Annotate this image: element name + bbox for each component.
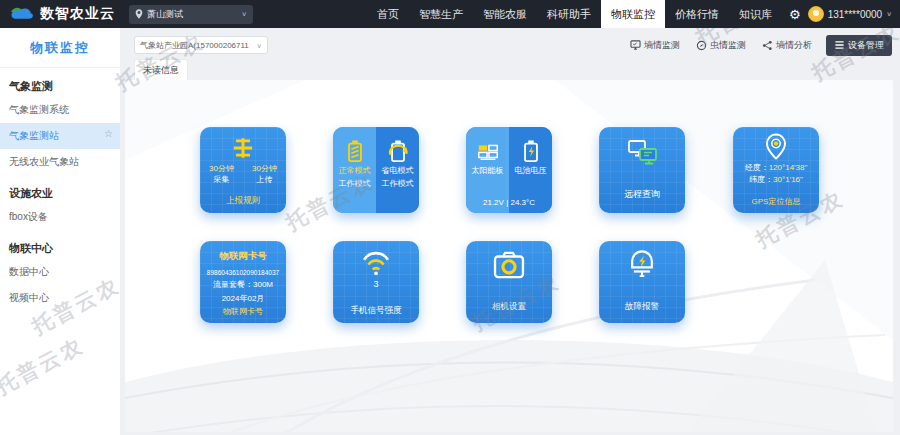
card-title: GPS定位信息 bbox=[733, 196, 819, 207]
battery-eco-icon bbox=[387, 139, 409, 163]
battery-voltage-icon bbox=[520, 139, 542, 163]
device-select[interactable]: 气象站产业园A(157000206711 ∨ bbox=[134, 36, 268, 54]
remote-monitors-icon bbox=[625, 138, 659, 170]
nav-item-knowledge-base[interactable]: 知识库 bbox=[729, 0, 782, 28]
button-label: 虫情监测 bbox=[710, 39, 746, 52]
card-remote-query[interactable]: 远程查询 bbox=[599, 127, 685, 213]
location-pin-icon bbox=[135, 9, 143, 19]
normal-mode-title: 正常模式 bbox=[339, 166, 371, 176]
favorite-star-icon[interactable]: ☆ bbox=[104, 128, 113, 139]
solar-panel-half[interactable]: 太阳能板 bbox=[466, 127, 509, 213]
sidebar-item-weather-system[interactable]: 气象监测系统 bbox=[0, 97, 120, 123]
lat-label: 纬度： bbox=[749, 175, 773, 184]
main-header: 气象站产业园A(157000206711 ∨ 墒情监测 虫情监测 bbox=[134, 35, 892, 55]
device-select-value: 气象站产业园A(157000206711 bbox=[140, 40, 249, 51]
device-panel: 30分钟 采集 30分钟 上传 上报规则 bbox=[125, 80, 893, 432]
sidebar-group-facility: 设施农业 bbox=[0, 175, 120, 204]
brand: 数智农业云 bbox=[0, 5, 125, 23]
upload-interval-value: 30分钟 bbox=[252, 164, 277, 174]
device-manage-button[interactable]: 设备管理 bbox=[826, 35, 892, 56]
tab-unread-info[interactable]: 未读信息 bbox=[134, 59, 188, 80]
sim-header: 物联网卡号 bbox=[219, 250, 267, 263]
upload-interval-label: 上传 bbox=[257, 175, 273, 185]
collect-interval-value: 30分钟 bbox=[209, 164, 234, 174]
card-gps[interactable]: 经度：120°14'38" 纬度：30°1'16" GPS定位信息 bbox=[733, 127, 819, 213]
card-title: 故障报警 bbox=[599, 301, 685, 313]
camera-icon bbox=[492, 250, 526, 280]
card-work-mode[interactable]: 正常模式 工作模式 省电模式 工作模式 bbox=[333, 127, 419, 213]
sidebar-group-weather: 气象监测 bbox=[0, 68, 120, 97]
eco-mode-half[interactable]: 省电模式 工作模式 bbox=[376, 127, 419, 213]
moisture-analysis-button[interactable]: 墒情分析 bbox=[762, 39, 812, 52]
location-value: 萧山测试 bbox=[147, 8, 183, 21]
eco-mode-sub: 工作模式 bbox=[382, 179, 414, 189]
monitor-icon bbox=[630, 40, 641, 50]
button-label: 墒情分析 bbox=[776, 39, 812, 52]
nav-menu: 首页 智慧生产 智能农服 科研助手 物联监控 价格行情 知识库 ⚙ 131***… bbox=[367, 0, 900, 28]
sidebar-item-fbox-device[interactable]: fbox设备 bbox=[0, 204, 120, 230]
sidebar-item-wireless-weather-station[interactable]: 无线农业气象站 bbox=[0, 149, 120, 175]
card-title: 手机信号强度 bbox=[333, 305, 419, 317]
pest-monitor-button[interactable]: 虫情监测 bbox=[696, 39, 746, 52]
solar-panel-icon bbox=[476, 139, 500, 163]
brand-logo-icon bbox=[8, 5, 34, 23]
user-menu[interactable]: 131****0000 ∨ bbox=[808, 6, 900, 22]
solar-label: 太阳能板 bbox=[472, 166, 504, 176]
sidebar-item-data-center[interactable]: 数据中心 bbox=[0, 259, 120, 285]
battery-normal-icon bbox=[344, 139, 366, 163]
chevron-down-icon: ∨ bbox=[256, 41, 262, 48]
location-select[interactable]: 萧山测试 ∨ bbox=[129, 5, 253, 24]
sidebar-group-iot-center: 物联中心 bbox=[0, 230, 120, 259]
chevron-down-icon: ∨ bbox=[241, 10, 247, 17]
card-title: 相机设置 bbox=[466, 301, 552, 313]
user-phone: 131****0000 bbox=[828, 9, 883, 20]
button-label: 设备管理 bbox=[848, 39, 884, 52]
brand-name: 数智农业云 bbox=[40, 5, 115, 23]
sim-month: 2024年02月 bbox=[222, 294, 265, 304]
battery-voltage-half[interactable]: 电池电压 bbox=[509, 127, 552, 213]
nav-item-home[interactable]: 首页 bbox=[367, 0, 409, 28]
top-navbar: 数智农业云 萧山测试 ∨ 首页 智慧生产 智能农服 科研助手 物联监控 价格行情… bbox=[0, 0, 900, 28]
report-config-icon bbox=[230, 135, 256, 161]
share-icon bbox=[762, 40, 773, 51]
normal-mode-sub: 工作模式 bbox=[339, 179, 371, 189]
chevron-down-icon: ∨ bbox=[886, 10, 892, 17]
menu-list-icon bbox=[834, 40, 845, 50]
card-camera[interactable]: 相机设置 bbox=[466, 241, 552, 323]
collect-interval-label: 采集 bbox=[214, 175, 230, 185]
nav-item-smart-service[interactable]: 智能农服 bbox=[473, 0, 537, 28]
card-title: 上报规则 bbox=[200, 195, 286, 207]
nav-item-iot-monitoring[interactable]: 物联监控 bbox=[601, 0, 665, 28]
normal-mode-half[interactable]: 正常模式 工作模式 bbox=[333, 127, 376, 213]
sidebar: 物联监控 气象监测 气象监测系统 气象监测站 ☆ 无线农业气象站 设施农业 fb… bbox=[0, 28, 120, 435]
sidebar-item-video-center[interactable]: 视频中心 bbox=[0, 285, 120, 311]
nav-item-research-assistant[interactable]: 科研助手 bbox=[537, 0, 601, 28]
lng-label: 经度： bbox=[745, 163, 769, 172]
card-signal[interactable]: 3 手机信号强度 bbox=[333, 241, 419, 323]
app-window: 数智农业云 萧山测试 ∨ 首页 智慧生产 智能农服 科研助手 物联监控 价格行情… bbox=[0, 0, 900, 435]
sidebar-title: 物联监控 bbox=[0, 28, 120, 68]
sidebar-item-weather-station[interactable]: 气象监测站 ☆ bbox=[0, 123, 120, 149]
compass-icon bbox=[696, 40, 707, 51]
wifi-signal-icon bbox=[360, 250, 392, 276]
signal-value: 3 bbox=[373, 279, 378, 289]
lat-value: 30°1'16" bbox=[773, 175, 803, 184]
card-sim[interactable]: 物联网卡号 89860436102090184037 流量套餐：300M 202… bbox=[200, 241, 286, 323]
main-area: 气象站产业园A(157000206711 ∨ 墒情监测 虫情监测 bbox=[120, 28, 900, 435]
nav-item-smart-production[interactable]: 智慧生产 bbox=[409, 0, 473, 28]
card-title: 远程查询 bbox=[599, 188, 685, 201]
gps-pin-icon bbox=[763, 133, 789, 161]
card-alarm[interactable]: 故障报警 bbox=[599, 241, 685, 323]
sim-plan: 流量套餐：300M bbox=[213, 280, 273, 290]
settings-gear-icon[interactable]: ⚙ bbox=[782, 7, 808, 22]
card-report-rule[interactable]: 30分钟 采集 30分钟 上传 上报规则 bbox=[200, 127, 286, 213]
lng-value: 120°14'38" bbox=[769, 163, 808, 172]
card-title: 物联网卡号 bbox=[200, 306, 286, 317]
alarm-bell-icon bbox=[627, 249, 657, 279]
moisture-monitor-button[interactable]: 墒情监测 bbox=[630, 39, 680, 52]
battery-voltage-label: 电池电压 bbox=[515, 166, 547, 176]
eco-mode-title: 省电模式 bbox=[382, 166, 414, 176]
nav-item-price-market[interactable]: 价格行情 bbox=[665, 0, 729, 28]
sim-number: 89860436102090184037 bbox=[207, 269, 279, 276]
card-power-status[interactable]: 太阳能板 电池电压 21.2V | 24.3°C bbox=[466, 127, 552, 213]
